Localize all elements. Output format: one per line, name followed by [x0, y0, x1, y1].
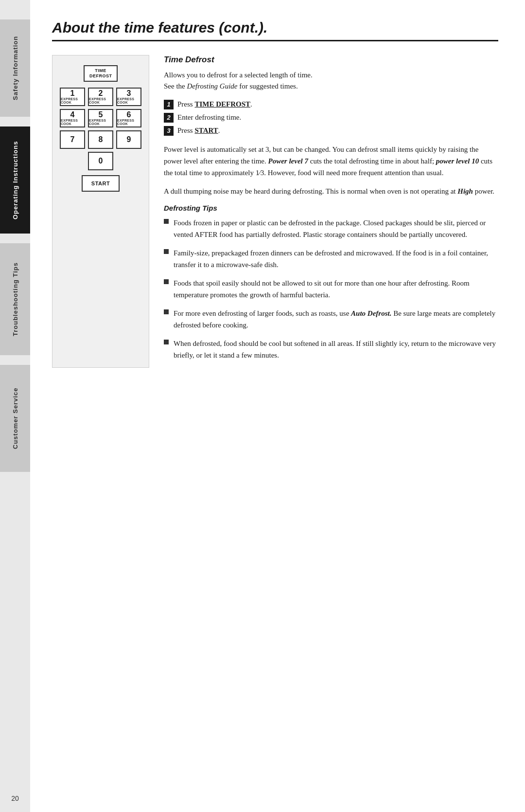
key-5[interactable]: 5 EXPRESS COOK	[88, 109, 113, 127]
key-0[interactable]: 0	[88, 152, 113, 170]
step-1: 1 Press TIME DEFROST.	[164, 99, 498, 109]
sidebar-tab-troubleshooting[interactable]: Troubleshooting Tips	[0, 243, 30, 355]
page-title: About the time features (cont.).	[52, 19, 498, 41]
bullet-icon-2	[164, 249, 169, 254]
key-row-start: START	[82, 173, 120, 192]
sidebar-tab-operating[interactable]: Operating Instructions	[0, 126, 30, 234]
key-row-1: 1 EXPRESS COOK 2 EXPRESS COOK 3 EXPRESS …	[60, 88, 141, 106]
section1-heading: Time Defrost	[164, 55, 498, 65]
key-7[interactable]: 7	[60, 130, 85, 149]
key-6[interactable]: 6 EXPRESS COOK	[116, 109, 141, 127]
main-content: About the time features (cont.). TIMEDEF…	[30, 0, 525, 812]
sidebar-tab-customer[interactable]: Customer Service	[0, 365, 30, 472]
bullet-item-1: Foods frozen in paper or plastic can be …	[164, 217, 498, 240]
key-2[interactable]: 2 EXPRESS COOK	[88, 88, 113, 106]
bullet-icon-3	[164, 279, 169, 284]
section2-heading: Defrosting Tips	[164, 204, 498, 212]
key-row-3: 7 8 9	[60, 130, 141, 149]
key-8[interactable]: 8	[88, 130, 113, 149]
bullet-item-2: Family-size, prepackaged frozen dinners …	[164, 247, 498, 271]
key-4[interactable]: 4 EXPRESS COOK	[60, 109, 85, 127]
key-3[interactable]: 3 EXPRESS COOK	[116, 88, 141, 106]
sidebar-tab-safety[interactable]: Safety Information	[0, 19, 30, 117]
sidebar: Safety Information Operating Instruction…	[0, 0, 30, 812]
body-text-1: Power level is automatically set at 3, b…	[164, 144, 498, 179]
steps-list: 1 Press TIME DEFROST. 2 Enter defrosting…	[164, 99, 498, 136]
key-row-zero: 0	[88, 152, 113, 170]
intro-text: Allows you to defrost for a selected len…	[164, 70, 498, 91]
content-area: TIMEDEFROST 1 EXPRESS COOK 2 EXPRESS COO…	[52, 55, 498, 368]
key-1[interactable]: 1 EXPRESS COOK	[60, 88, 85, 106]
text-panel: Time Defrost Allows you to defrost for a…	[164, 55, 498, 368]
bullet-icon-1	[164, 219, 169, 224]
start-key[interactable]: START	[82, 175, 120, 192]
bullet-icon-5	[164, 340, 169, 344]
bullet-icon-4	[164, 309, 169, 314]
key-row-2: 4 EXPRESS COOK 5 EXPRESS COOK 6 EXPRESS …	[60, 109, 141, 127]
keypad-panel: TIMEDEFROST 1 EXPRESS COOK 2 EXPRESS COO…	[52, 55, 149, 368]
page-number: 20	[0, 794, 30, 802]
bullet-item-3: Foods that spoil easily should not be al…	[164, 277, 498, 301]
bullet-item-5: When defrosted, food should be cool but …	[164, 338, 498, 361]
step-2: 2 Enter defrosting time.	[164, 112, 498, 123]
body-text-2: A dull thumping noise may be heard durin…	[164, 185, 498, 197]
key-9[interactable]: 9	[116, 130, 141, 149]
step-3: 3 Press START.	[164, 126, 498, 136]
time-defrost-key[interactable]: TIMEDEFROST	[84, 65, 118, 82]
bullet-item-4: For more even defrosting of larger foods…	[164, 307, 498, 331]
defrosting-tips-list: Foods frozen in paper or plastic can be …	[164, 217, 498, 361]
